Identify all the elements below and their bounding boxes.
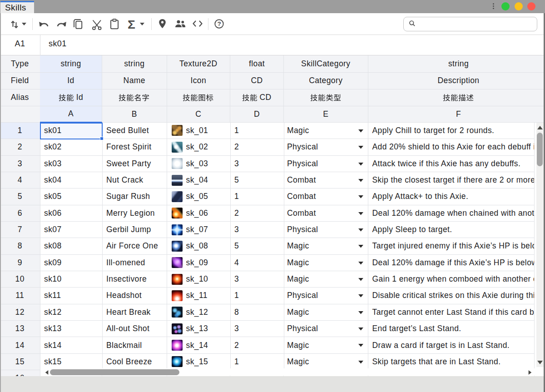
svg-text:?: ? bbox=[217, 20, 221, 27]
